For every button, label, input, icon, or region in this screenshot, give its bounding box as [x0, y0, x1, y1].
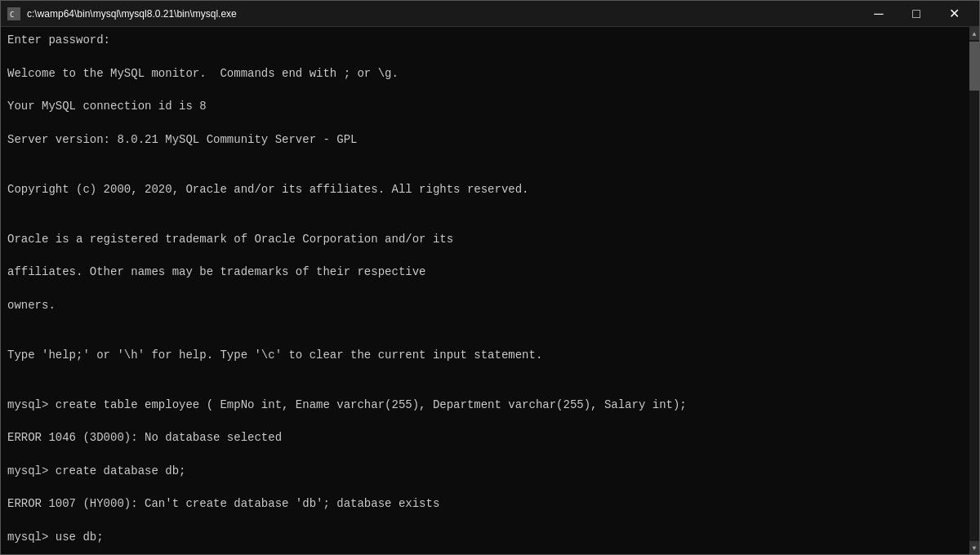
terminal-line: mysql> use db;	[7, 529, 963, 545]
terminal-line: Welcome to the MySQL monitor. Commands e…	[7, 65, 963, 82]
terminal-line: Enter password:	[7, 32, 963, 48]
terminal-line: Server version: 8.0.21 MySQL Community S…	[7, 131, 963, 148]
terminal-line: ERROR 1007 (HY000): Can't create databas…	[7, 495, 963, 512]
window-title: c:\wamp64\bin\mysql\mysql8.0.21\bin\mysq…	[27, 8, 237, 20]
scrollbar-track	[969, 40, 979, 541]
terminal-line: ERROR 1046 (3D000): No database selected	[7, 429, 963, 446]
terminal-line: owners.	[7, 297, 963, 313]
terminal-line: Type 'help;' or '\h' for help. Type '\c'…	[7, 347, 963, 363]
terminal-line: Your MySQL connection id is 8	[7, 98, 963, 114]
minimize-button[interactable]: ─	[860, 1, 898, 27]
maximize-button[interactable]: □	[898, 1, 935, 27]
scroll-down-arrow[interactable]: ▼	[969, 541, 979, 554]
scrollbar[interactable]: ▲ ▼	[969, 27, 979, 554]
scrollbar-thumb[interactable]	[969, 42, 979, 91]
scroll-up-arrow[interactable]: ▲	[969, 27, 979, 40]
title-bar: C c:\wamp64\bin\mysql\mysql8.0.21\bin\my…	[1, 1, 979, 27]
content-wrapper: Enter password: Welcome to the MySQL mon…	[1, 27, 979, 554]
terminal-line: mysql> create database db;	[7, 463, 963, 479]
terminal-line: affiliates. Other names may be trademark…	[7, 264, 963, 280]
terminal-window: C c:\wamp64\bin\mysql\mysql8.0.21\bin\my…	[0, 0, 980, 555]
window-controls: ─ □ ✕	[860, 1, 973, 27]
terminal-line: Oracle is a registered trademark of Orac…	[7, 231, 963, 247]
terminal-line: Copyright (c) 2000, 2020, Oracle and/or …	[7, 181, 963, 198]
svg-text:C: C	[10, 11, 14, 19]
terminal-icon: C	[7, 7, 20, 20]
terminal-output[interactable]: Enter password: Welcome to the MySQL mon…	[1, 27, 969, 554]
terminal-line: mysql> create table employee ( EmpNo int…	[7, 397, 963, 413]
close-button[interactable]: ✕	[935, 1, 973, 27]
title-bar-left: C c:\wamp64\bin\mysql\mysql8.0.21\bin\my…	[7, 7, 237, 20]
